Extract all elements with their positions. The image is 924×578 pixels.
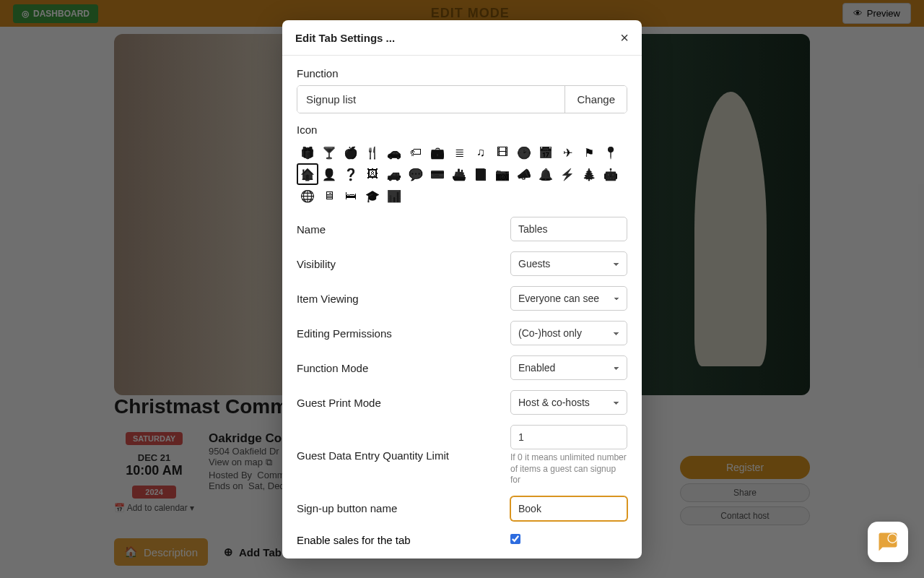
icon-option-grad[interactable]: 🎓 bbox=[362, 185, 383, 207]
icon-option-apple[interactable]: 🍎 bbox=[340, 142, 362, 163]
guest-print-mode-label: Guest Print Mode bbox=[297, 397, 510, 409]
icon-option-ship[interactable]: 🚢 bbox=[448, 163, 470, 185]
quantity-limit-label: Guest Data Entry Quantity Limit bbox=[297, 449, 510, 462]
svg-point-0 bbox=[888, 534, 897, 543]
icon-option-card[interactable]: 💳 bbox=[427, 163, 448, 185]
icon-grid: 🎁🍸🍎🍴🚗🏷💼≣♫🎞🕑📅✈⚑📍🏠👤❓🖼🚙💬💳🚢📕📷📣🔔⚡🎄🤖🌐🖥🛏🎓📊 bbox=[297, 142, 627, 207]
signup-button-name-input[interactable] bbox=[510, 496, 627, 521]
function-value: Signup list bbox=[297, 86, 565, 113]
icon-option-megaphone[interactable]: 📣 bbox=[513, 163, 535, 185]
visibility-select[interactable]: Guests bbox=[510, 251, 627, 276]
icon-option-briefcase[interactable]: 💼 bbox=[427, 142, 448, 163]
icon-label: Icon bbox=[297, 124, 627, 136]
enable-sales-checkbox[interactable] bbox=[510, 534, 520, 544]
icon-option-book[interactable]: 📕 bbox=[470, 163, 492, 185]
icon-option-car-side2[interactable]: 🚙 bbox=[383, 163, 405, 185]
icon-option-tag[interactable]: 🏷 bbox=[405, 142, 427, 163]
icon-option-android[interactable]: 🤖 bbox=[600, 163, 622, 185]
name-input[interactable] bbox=[510, 217, 627, 241]
icon-option-bed[interactable]: 🛏 bbox=[340, 185, 362, 207]
icon-option-board[interactable]: 🖥 bbox=[318, 185, 340, 207]
guest-print-mode-select[interactable]: Host & co-hosts bbox=[510, 390, 627, 415]
change-function-button[interactable]: Change bbox=[565, 86, 627, 113]
visibility-label: Visibility bbox=[297, 258, 510, 270]
item-viewing-row: Item Viewing Everyone can see bbox=[297, 286, 627, 311]
close-button[interactable]: × bbox=[620, 30, 629, 45]
icon-option-clock[interactable]: 🕑 bbox=[513, 142, 535, 163]
visibility-row: Visibility Guests bbox=[297, 251, 627, 276]
icon-option-glass[interactable]: 🍸 bbox=[318, 142, 340, 163]
icon-option-tree[interactable]: 🎄 bbox=[578, 163, 600, 185]
icon-option-chat[interactable]: 💬 bbox=[405, 163, 427, 185]
icon-option-pin[interactable]: 📍 bbox=[600, 142, 622, 163]
icon-option-plane[interactable]: ✈ bbox=[557, 142, 578, 163]
icon-option-cutlery[interactable]: 🍴 bbox=[362, 142, 383, 163]
enable-sales-label: Enable sales for the tab bbox=[297, 534, 510, 546]
function-row: Signup list Change bbox=[297, 85, 627, 113]
icon-option-bolt[interactable]: ⚡ bbox=[557, 163, 578, 185]
icon-option-gift[interactable]: 🎁 bbox=[297, 142, 318, 163]
quantity-limit-input[interactable] bbox=[510, 425, 627, 449]
function-mode-row: Function Mode Enabled bbox=[297, 355, 627, 380]
icon-option-image[interactable]: 🖼 bbox=[362, 163, 383, 185]
icon-option-film[interactable]: 🎞 bbox=[492, 142, 513, 163]
quantity-limit-row: Guest Data Entry Quantity Limit If 0 it … bbox=[297, 425, 627, 486]
enable-sales-row: Enable sales for the tab bbox=[297, 534, 627, 547]
edit-tab-settings-modal: Edit Tab Settings ... × Function Signup … bbox=[282, 20, 642, 558]
icon-option-camera[interactable]: 📷 bbox=[492, 163, 513, 185]
item-viewing-select[interactable]: Everyone can see bbox=[510, 286, 627, 311]
function-label: Function bbox=[297, 67, 627, 79]
name-row: Name bbox=[297, 217, 627, 241]
icon-option-calendar[interactable]: 📅 bbox=[535, 142, 557, 163]
editing-permissions-label: Editing Permissions bbox=[297, 327, 510, 340]
icon-option-globe[interactable]: 🌐 bbox=[297, 185, 318, 207]
icon-option-flag[interactable]: ⚑ bbox=[578, 142, 600, 163]
signup-button-name-row: Sign-up button name bbox=[297, 496, 627, 521]
signup-button-name-label: Sign-up button name bbox=[297, 502, 510, 514]
quantity-limit-help: If 0 it means unlimited number of items … bbox=[510, 452, 627, 486]
modal-header: Edit Tab Settings ... × bbox=[282, 20, 642, 56]
icon-option-music[interactable]: ♫ bbox=[470, 142, 492, 163]
guest-print-mode-row: Guest Print Mode Host & co-hosts bbox=[297, 390, 627, 415]
chat-icon bbox=[877, 531, 899, 553]
icon-option-help[interactable]: ❓ bbox=[340, 163, 362, 185]
function-mode-select[interactable]: Enabled bbox=[510, 355, 627, 380]
item-viewing-label: Item Viewing bbox=[297, 293, 510, 305]
icon-option-list[interactable]: ≣ bbox=[448, 142, 470, 163]
modal-body: Function Signup list Change Icon 🎁🍸🍎🍴🚗🏷💼… bbox=[282, 56, 642, 558]
chat-fab[interactable] bbox=[868, 522, 908, 562]
icon-option-home[interactable]: 🏠 bbox=[297, 163, 318, 185]
name-label: Name bbox=[297, 223, 510, 236]
icon-option-car-side[interactable]: 🚗 bbox=[383, 142, 405, 163]
editing-permissions-select[interactable]: (Co-)host only bbox=[510, 321, 627, 345]
function-mode-label: Function Mode bbox=[297, 362, 510, 374]
icon-option-bell[interactable]: 🔔 bbox=[535, 163, 557, 185]
modal-title: Edit Tab Settings ... bbox=[295, 32, 395, 44]
icon-option-user[interactable]: 👤 bbox=[318, 163, 340, 185]
editing-permissions-row: Editing Permissions (Co-)host only bbox=[297, 321, 627, 345]
icon-option-chart[interactable]: 📊 bbox=[383, 185, 405, 207]
